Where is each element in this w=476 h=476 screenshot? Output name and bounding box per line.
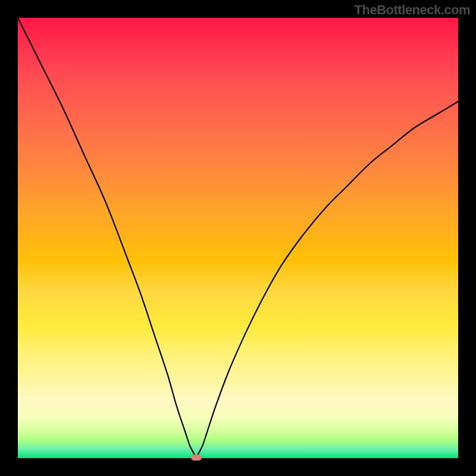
minimum-marker [191, 455, 202, 461]
bottleneck-curve [18, 18, 458, 458]
curve-svg [18, 18, 458, 458]
chart-container: TheBottleneck.com [0, 0, 476, 476]
attribution-watermark: TheBottleneck.com [355, 2, 470, 18]
plot-gradient-area [18, 18, 458, 458]
